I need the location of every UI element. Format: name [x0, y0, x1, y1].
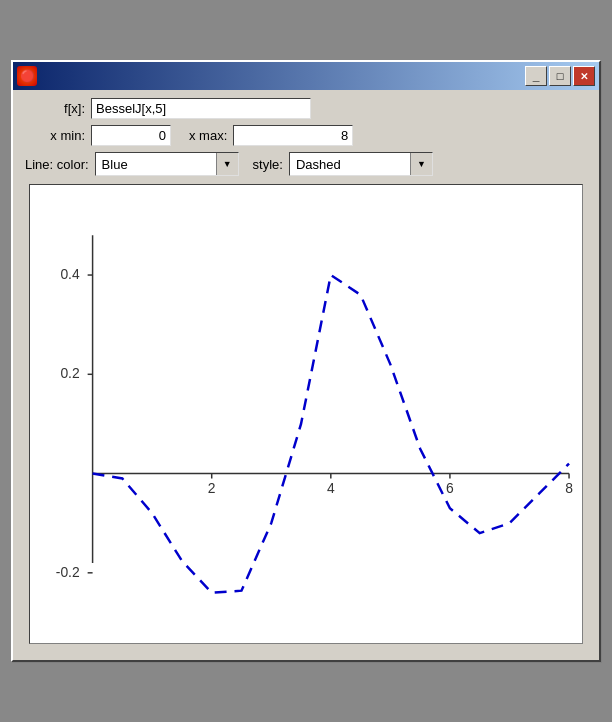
- svg-text:0.2: 0.2: [60, 365, 80, 381]
- style-select-value: Dashed: [290, 155, 410, 174]
- chart-area: 0.4 0.2 -0.2 2 4 6 8: [29, 184, 583, 644]
- svg-text:0.4: 0.4: [60, 266, 80, 282]
- xmin-label: x min:: [25, 128, 85, 143]
- titlebar: 🔴: [13, 62, 599, 90]
- fx-row: f[x]:: [25, 98, 587, 119]
- line-style-row: Line: color: Blue style: Dashed: [25, 152, 587, 176]
- titlebar-buttons: [525, 66, 595, 86]
- svg-text:6: 6: [446, 480, 454, 496]
- svg-text:8: 8: [565, 480, 573, 496]
- close-button[interactable]: [573, 66, 595, 86]
- xmax-input[interactable]: [233, 125, 353, 146]
- plot-svg: 0.4 0.2 -0.2 2 4 6 8: [38, 193, 574, 635]
- titlebar-left: 🔴: [17, 66, 37, 86]
- minimize-button[interactable]: [525, 66, 547, 86]
- app-icon: 🔴: [17, 66, 37, 86]
- maximize-button[interactable]: [549, 66, 571, 86]
- main-window: 🔴 f[x]: x min: x max: Line: color: Blue: [11, 60, 601, 662]
- color-select-value: Blue: [96, 155, 216, 174]
- color-select[interactable]: Blue: [95, 152, 239, 176]
- color-dropdown-button[interactable]: [216, 153, 238, 175]
- fx-label: f[x]:: [25, 101, 85, 116]
- line-style-label: style:: [253, 157, 283, 172]
- svg-text:-0.2: -0.2: [56, 564, 80, 580]
- style-dropdown-button[interactable]: [410, 153, 432, 175]
- fx-input[interactable]: [91, 98, 311, 119]
- content-area: f[x]: x min: x max: Line: color: Blue st…: [13, 90, 599, 660]
- xmin-input[interactable]: [91, 125, 171, 146]
- line-color-label: Line: color:: [25, 157, 89, 172]
- xmax-label: x max:: [189, 128, 227, 143]
- svg-text:4: 4: [327, 480, 335, 496]
- bessel-curve: [93, 275, 569, 593]
- svg-text:2: 2: [208, 480, 216, 496]
- style-select[interactable]: Dashed: [289, 152, 433, 176]
- xrange-row: x min: x max:: [25, 125, 587, 146]
